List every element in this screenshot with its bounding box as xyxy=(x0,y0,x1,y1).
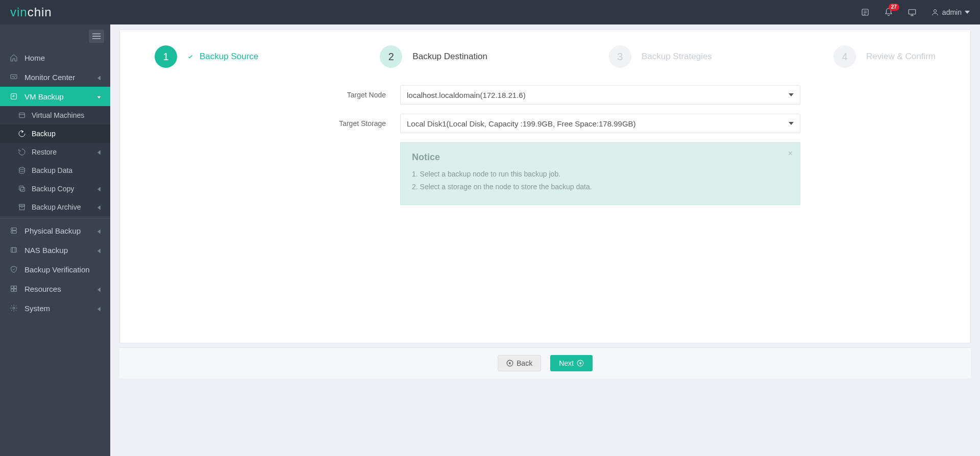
notice-box: × Notice 1. Select a backup node to run … xyxy=(400,142,800,205)
next-button[interactable]: Next xyxy=(550,355,593,371)
chevron-left-icon xyxy=(97,203,101,211)
brand-part1: vin xyxy=(10,5,28,19)
chevron-left-icon xyxy=(97,185,101,193)
select-target-node[interactable]: localhost.localdomain(172.18.21.6) xyxy=(400,85,800,105)
step-num: 2 xyxy=(380,45,402,68)
sidebar-label: Physical Backup xyxy=(24,226,81,235)
row-target-storage: Target Storage Local Disk1(Local Disk, C… xyxy=(290,114,800,133)
brand-part2: chin xyxy=(28,5,52,19)
step-3: 3 Backup Strategies xyxy=(609,45,712,68)
select-target-storage[interactable]: Local Disk1(Local Disk, Capacity :199.9G… xyxy=(400,114,800,133)
notice-line: 2. Select a storage on the node to store… xyxy=(412,181,789,193)
svg-rect-8 xyxy=(19,186,23,190)
back-button[interactable]: Back xyxy=(498,355,541,371)
step-label: Backup Strategies xyxy=(642,52,712,62)
sidebar-label: System xyxy=(24,304,50,313)
svg-rect-16 xyxy=(11,286,14,289)
step-num: 1 xyxy=(155,45,177,68)
svg-point-2 xyxy=(934,10,936,12)
nas-icon xyxy=(9,245,18,255)
arrow-right-circle-icon xyxy=(577,360,584,367)
sub-label: Backup Archive xyxy=(32,203,81,211)
sidebar-item-system[interactable]: System xyxy=(0,298,110,318)
step-num: 3 xyxy=(609,45,631,68)
sub-label: Restore xyxy=(32,148,57,156)
username-label: admin xyxy=(942,8,962,16)
chevron-down-icon xyxy=(965,11,970,14)
form-body: Target Node localhost.localdomain(172.18… xyxy=(290,85,800,205)
sidebar-item-home[interactable]: Home xyxy=(0,48,110,67)
wizard-steps: 1 Backup Source 2 Backup Destination 3 B… xyxy=(140,45,950,68)
main-content: 1 Backup Source 2 Backup Destination 3 B… xyxy=(110,24,980,456)
sidebar-item-vmbackup[interactable]: VM Backup xyxy=(0,87,110,106)
step-label: Backup Destination xyxy=(412,52,487,62)
svg-rect-1 xyxy=(909,10,916,14)
grid-icon xyxy=(9,284,18,293)
sidebar-item-monitor[interactable]: Monitor Center xyxy=(0,67,110,87)
svg-rect-10 xyxy=(19,206,24,210)
restore-icon xyxy=(17,147,27,157)
jobs-icon[interactable] xyxy=(861,8,870,17)
sidebar-label: Home xyxy=(24,54,45,62)
sidebar-item-verification[interactable]: Backup Verification xyxy=(0,260,110,279)
sidebar-toggle[interactable] xyxy=(89,30,104,43)
sidebar-label: NAS Backup xyxy=(24,246,68,255)
step-label: Backup Source xyxy=(200,52,258,62)
arrow-left-circle-icon xyxy=(506,360,513,367)
vm-icon xyxy=(9,92,18,101)
sub-item-backuparchive[interactable]: Backup Archive xyxy=(0,198,110,216)
sub-item-virtualmachines[interactable]: Virtual Machines xyxy=(0,106,110,124)
submenu-vmbackup: Virtual Machines Backup Restore Backup D… xyxy=(0,106,110,216)
label-target-storage: Target Storage xyxy=(290,119,400,128)
chevron-left-icon xyxy=(97,73,101,82)
row-target-node: Target Node localhost.localdomain(172.18… xyxy=(290,85,800,105)
step-4: 4 Review & Confirm xyxy=(834,45,936,68)
copy-icon xyxy=(17,184,27,193)
user-menu[interactable]: admin xyxy=(931,8,970,16)
sub-label: Virtual Machines xyxy=(32,111,84,119)
sub-item-backupdata[interactable]: Backup Data xyxy=(0,161,110,180)
step-1[interactable]: 1 Backup Source xyxy=(155,45,258,68)
svg-rect-19 xyxy=(14,289,17,292)
step-2[interactable]: 2 Backup Destination xyxy=(380,45,487,68)
notice-line: 1. Select a backup node to run this back… xyxy=(412,168,789,181)
svg-rect-7 xyxy=(20,187,24,191)
svg-rect-5 xyxy=(19,113,25,117)
svg-point-6 xyxy=(19,167,25,169)
gear-icon xyxy=(9,303,18,313)
notifications-icon[interactable]: 27 xyxy=(884,8,893,17)
chevron-down-icon xyxy=(97,92,101,101)
shield-icon xyxy=(9,265,18,274)
check-icon xyxy=(187,54,193,60)
next-label: Next xyxy=(559,359,574,367)
sidebar-label: Backup Verification xyxy=(24,265,90,274)
sub-label: Backup xyxy=(32,130,56,138)
brand-logo: vinchin xyxy=(10,5,52,19)
svg-rect-18 xyxy=(11,289,14,292)
sub-label: Backup Data xyxy=(32,166,72,174)
sidebar-item-physical[interactable]: Physical Backup xyxy=(0,221,110,240)
step-num: 4 xyxy=(834,45,856,68)
chevron-left-icon xyxy=(97,246,101,255)
sub-item-backup[interactable]: Backup xyxy=(0,124,110,143)
screen-icon[interactable] xyxy=(908,8,917,17)
sidebar-item-resources[interactable]: Resources xyxy=(0,279,110,298)
chevron-left-icon xyxy=(97,148,101,156)
monitor-icon xyxy=(9,72,18,82)
database-icon xyxy=(17,166,27,175)
sub-item-restore[interactable]: Restore xyxy=(0,143,110,161)
sidebar-item-nas[interactable]: NAS Backup xyxy=(0,240,110,260)
sidebar-label: Resources xyxy=(24,285,61,293)
svg-point-20 xyxy=(13,307,15,309)
wizard-panel: 1 Backup Source 2 Backup Destination 3 B… xyxy=(119,30,971,343)
wizard-footer: Back Next xyxy=(119,347,971,378)
chevron-left-icon xyxy=(97,226,101,235)
server-icon xyxy=(9,226,18,235)
chevron-left-icon xyxy=(97,285,101,293)
sidebar-label: Monitor Center xyxy=(24,73,75,82)
sub-label: Backup Copy xyxy=(32,185,74,193)
sub-item-backupcopy[interactable]: Backup Copy xyxy=(0,180,110,198)
chevron-left-icon xyxy=(97,304,101,313)
back-label: Back xyxy=(517,359,532,367)
close-icon[interactable]: × xyxy=(788,149,793,158)
